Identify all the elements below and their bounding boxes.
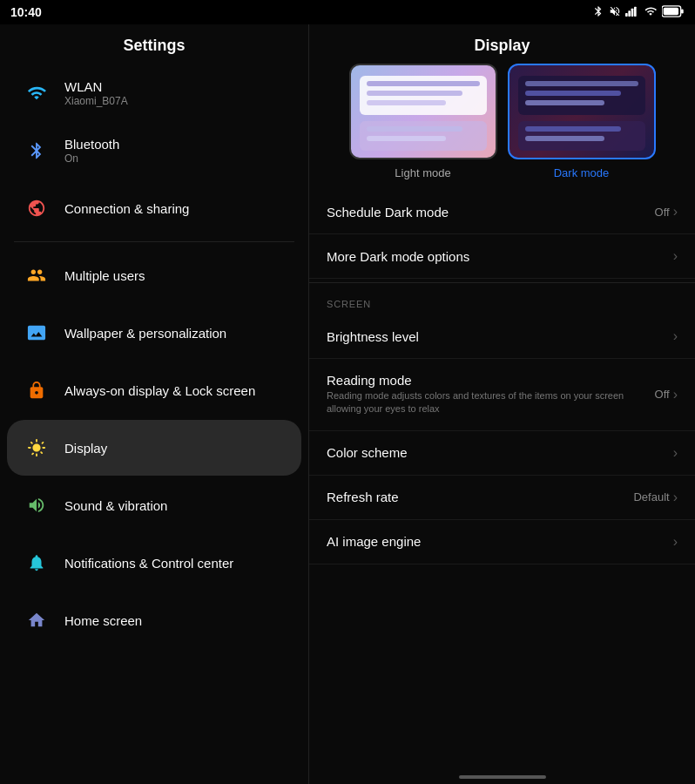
display-text: Display: [64, 441, 107, 456]
sidebar-item-display[interactable]: Display: [7, 420, 301, 476]
homescreen-title: Home screen: [64, 613, 142, 628]
light-card-1: [360, 76, 487, 115]
notifications-text: Notifications & Control center: [64, 556, 233, 571]
home-bar: [459, 775, 546, 779]
schedule-dark-right: Off ›: [655, 204, 678, 220]
status-time: 10:40: [10, 5, 42, 19]
sidebar-item-sound[interactable]: Sound & vibration: [7, 477, 301, 533]
sound-title: Sound & vibration: [64, 498, 167, 513]
alwayson-text: Always-on display & Lock screen: [64, 383, 255, 398]
light-card-2: [360, 121, 487, 151]
more-dark-left: More Dark mode options: [327, 249, 673, 264]
main-container: Settings WLAN Xiaomi_B07A: [0, 24, 695, 784]
wlan-subtitle: Xiaomi_B07A: [64, 95, 128, 107]
wlan-title: WLAN: [64, 79, 128, 94]
reading-title: Reading mode: [327, 373, 655, 388]
display-icon: [21, 432, 52, 463]
dark-card-2: [518, 121, 645, 151]
chevron-icon: ›: [673, 490, 678, 505]
dark-mode-option[interactable]: Dark mode: [508, 64, 656, 179]
reading-mode-item[interactable]: Reading mode Reading mode adjusts colors…: [309, 359, 695, 431]
chevron-icon: ›: [673, 328, 678, 344]
wallpaper-title: Wallpaper & personalization: [64, 326, 226, 341]
reading-right: Off ›: [655, 387, 678, 402]
sidebar-item-notifications[interactable]: Notifications & Control center: [7, 535, 301, 591]
reading-subtitle: Reading mode adjusts colors and textures…: [327, 389, 655, 416]
spacer: [309, 564, 695, 770]
users-title: Multiple users: [64, 268, 145, 283]
sidebar-item-connection[interactable]: Connection & sharing: [7, 180, 301, 236]
preview-line: [367, 136, 446, 141]
settings-list: WLAN Xiaomi_B07A Bluetooth On: [0, 64, 308, 784]
lock-icon: [21, 375, 52, 406]
users-icon: [21, 260, 52, 291]
more-dark-title: More Dark mode options: [327, 249, 673, 264]
status-bar: 10:40: [0, 0, 695, 24]
ai-image-title: AI image engine: [327, 534, 673, 549]
brightness-title: Brightness level: [327, 329, 673, 344]
light-mode-label: Light mode: [395, 166, 450, 179]
bluetooth-status-icon: [592, 5, 604, 20]
settings-title: Settings: [0, 24, 308, 64]
ai-image-right: ›: [673, 534, 678, 550]
wifi-status-icon: [644, 5, 658, 20]
chevron-icon: ›: [673, 445, 678, 461]
light-mode-option[interactable]: Light mode: [349, 64, 497, 179]
refresh-rate-value: Default: [633, 490, 669, 504]
preview-line: [525, 81, 638, 86]
sidebar-item-wallpaper[interactable]: Wallpaper & personalization: [7, 305, 301, 361]
display-panel: Display Light mode: [309, 24, 695, 784]
svg-rect-1: [628, 10, 631, 17]
sidebar-item-users[interactable]: Multiple users: [7, 247, 301, 303]
sidebar-item-homescreen[interactable]: Home screen: [7, 592, 301, 648]
bluetooth-icon: [21, 135, 52, 166]
mute-status-icon: [609, 5, 621, 20]
preview-line: [367, 126, 463, 132]
reading-left: Reading mode Reading mode adjusts colors…: [327, 373, 655, 416]
divider-screen: [309, 282, 695, 283]
users-text: Multiple users: [64, 268, 145, 283]
bluetooth-title: Bluetooth: [64, 137, 119, 152]
status-icons: [592, 5, 685, 20]
theme-selector: Light mode Dark mode: [309, 64, 695, 190]
color-scheme-item[interactable]: Color scheme ›: [309, 431, 695, 476]
sidebar-item-bluetooth[interactable]: Bluetooth On: [7, 123, 301, 179]
svg-rect-2: [631, 8, 634, 16]
alwayson-title: Always-on display & Lock screen: [64, 383, 255, 398]
wallpaper-icon: [21, 317, 52, 348]
preview-line: [525, 100, 604, 105]
svg-rect-5: [681, 9, 684, 13]
ai-image-item[interactable]: AI image engine ›: [309, 520, 695, 564]
refresh-rate-item[interactable]: Refresh rate Default ›: [309, 476, 695, 520]
preview-line: [525, 126, 622, 132]
sidebar-item-alwayson[interactable]: Always-on display & Lock screen: [7, 362, 301, 418]
dark-card-1: [518, 76, 645, 115]
settings-panel: Settings WLAN Xiaomi_B07A: [0, 24, 309, 784]
refresh-rate-left: Refresh rate: [327, 490, 633, 504]
refresh-rate-title: Refresh rate: [327, 490, 633, 504]
sound-icon: [21, 490, 52, 521]
color-scheme-right: ›: [673, 445, 678, 461]
preview-line: [525, 136, 604, 141]
schedule-dark-item[interactable]: Schedule Dark mode Off ›: [309, 190, 695, 234]
sidebar-item-wlan[interactable]: WLAN Xiaomi_B07A: [7, 65, 301, 121]
battery-icon: [662, 5, 685, 20]
home-indicator: [309, 770, 695, 784]
chevron-icon: ›: [673, 204, 678, 220]
wlan-text: WLAN Xiaomi_B07A: [64, 79, 128, 107]
bluetooth-text: Bluetooth On: [64, 137, 119, 165]
chevron-icon: ›: [673, 387, 678, 402]
brightness-item[interactable]: Brightness level ›: [309, 314, 695, 359]
preview-line: [367, 100, 446, 105]
light-mode-preview: [349, 64, 497, 159]
more-dark-item[interactable]: More Dark mode options ›: [309, 234, 695, 279]
screen-section-label: SCREEN: [309, 287, 695, 314]
homescreen-text: Home screen: [64, 613, 142, 628]
preview-line: [367, 81, 480, 86]
brightness-left: Brightness level: [327, 329, 673, 344]
signal-icon: [625, 5, 639, 20]
connection-icon: [21, 193, 52, 224]
brightness-right: ›: [673, 328, 678, 344]
schedule-dark-title: Schedule Dark mode: [327, 205, 655, 220]
preview-line: [367, 91, 463, 96]
